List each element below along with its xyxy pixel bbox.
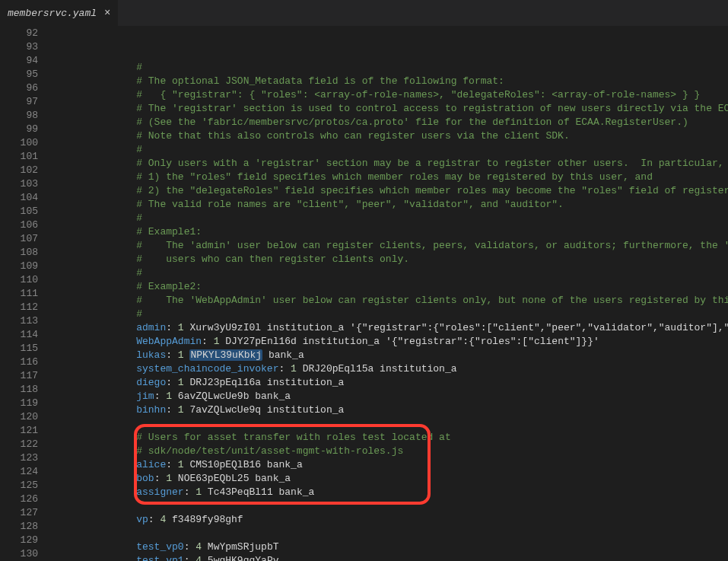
yaml-key: admin <box>136 322 166 333</box>
yaml-key: system_chaincode_invoker <box>136 363 278 375</box>
line-number: 130 <box>0 547 38 561</box>
line-number: 129 <box>0 534 38 547</box>
yaml-value: f3489fy98ghf <box>166 514 243 525</box>
comment-text: # The 'admin' user below can register cl… <box>53 240 728 251</box>
line-number: 122 <box>0 438 38 451</box>
comment-text: # Users for asset transfer with roles te… <box>53 432 451 443</box>
code-line[interactable]: # 2) the "delegateRoles" field specifies… <box>53 184 728 198</box>
yaml-number: 1 <box>196 486 202 498</box>
yaml-value: Xurw3yU9zI0l institution_a '{"registrar"… <box>184 322 728 333</box>
code-line[interactable]: test_vp1: 4 5wgHK9qqYaPy <box>53 554 728 561</box>
code-line[interactable]: # Example2: <box>53 280 728 294</box>
code-line[interactable]: # The optional JSON_Metadata field is of… <box>53 75 728 88</box>
yaml-key: test_vp1 <box>136 555 183 561</box>
code-line[interactable]: # The valid role names are "client", "pe… <box>53 198 728 212</box>
line-number: 103 <box>0 177 38 191</box>
line-number: 110 <box>0 273 38 287</box>
text-selection: NPKYL39uKbkj <box>189 349 262 361</box>
code-line[interactable]: system_chaincode_invoker: 1 DRJ20pEql15a… <box>53 362 728 376</box>
line-number: 105 <box>0 205 38 218</box>
code-line[interactable] <box>53 417 728 431</box>
comment-text: # (See the 'fabric/membersrvc/protos/ca.… <box>53 116 688 128</box>
code-line[interactable]: # The 'registrar' section is used to con… <box>53 102 728 116</box>
code-line[interactable]: # (See the 'fabric/membersrvc/protos/ca.… <box>53 116 728 129</box>
line-number: 115 <box>0 342 38 355</box>
yaml-number: 1 <box>291 363 297 375</box>
code-line[interactable]: lukas: 1 NPKYL39uKbkj bank_a <box>53 349 728 362</box>
code-line[interactable]: binhn: 1 7avZQLwcUe9q institution_a <box>53 403 728 417</box>
comment-text: # Note that this also controls who can r… <box>53 130 570 142</box>
code-line[interactable]: # Example1: <box>53 225 728 239</box>
code-line[interactable]: # { "registrar": { "roles": <array-of-ro… <box>53 88 728 102</box>
yaml-value: DJY27pEnl16d institution_a '{"registrar"… <box>219 336 599 347</box>
code-line[interactable]: jim: 1 6avZQLwcUe9b bank_a <box>53 390 728 403</box>
line-number: 118 <box>0 383 38 397</box>
yaml-key: assigner <box>136 486 183 498</box>
code-line[interactable]: # sdk/node/test/unit/asset-mgmt-with-rol… <box>53 445 728 458</box>
comment-text: # Only users with a 'registrar' section … <box>53 158 724 169</box>
yaml-key: binhn <box>136 404 166 416</box>
code-line[interactable]: # <box>53 212 728 225</box>
code-line[interactable] <box>53 527 728 540</box>
comment-text: # Example2: <box>53 281 202 292</box>
yaml-key: WebAppAdmin <box>136 336 202 347</box>
code-line[interactable]: assigner: 1 Tc43PeqBl11 bank_a <box>53 486 728 499</box>
line-number: 98 <box>0 109 38 123</box>
code-line[interactable]: # <box>53 61 728 75</box>
code-line[interactable]: # 1) the "roles" field specifies which m… <box>53 171 728 184</box>
code-line[interactable]: alice: 1 CMS10pEQlB16 bank_a <box>53 458 728 472</box>
tab-bar: membersrvc.yaml × <box>0 0 728 27</box>
code-line[interactable]: # Note that this also controls who can r… <box>53 129 728 143</box>
yaml-value: DRJ23pEql16a institution_a <box>184 377 345 388</box>
comment-text: # Example1: <box>53 226 202 237</box>
yaml-key: bob <box>136 473 154 484</box>
comment-text: # The 'registrar' section is used to con… <box>53 103 728 114</box>
comment-text: # The valid role names are "client", "pe… <box>53 199 564 210</box>
yaml-value: 5wgHK9qqYaPy <box>202 555 278 561</box>
comment-text: # 2) the "delegateRoles" field specifies… <box>53 185 728 196</box>
yaml-number: 1 <box>178 322 184 333</box>
line-number: 121 <box>0 424 38 438</box>
code-line[interactable]: bob: 1 NOE63pEQbL25 bank_a <box>53 472 728 486</box>
line-number: 111 <box>0 287 38 301</box>
code-line[interactable]: # Only users with a 'registrar' section … <box>53 157 728 171</box>
code-line[interactable]: test_vp0: 4 MwYpmSRjupbT <box>53 540 728 554</box>
code-line[interactable]: # <box>53 143 728 157</box>
line-number: 126 <box>0 492 38 506</box>
line-number: 112 <box>0 301 38 314</box>
close-icon[interactable]: × <box>104 7 110 19</box>
code-line[interactable]: # <box>53 266 728 280</box>
comment-text: # users who can then register clients on… <box>53 253 409 265</box>
line-number: 106 <box>0 218 38 232</box>
code-line[interactable]: # The 'WebAppAdmin' user below can regis… <box>53 294 728 308</box>
editor[interactable]: 9293949596979899100101102103104105106107… <box>0 27 728 561</box>
yaml-key: alice <box>136 459 166 470</box>
code-line[interactable]: # The 'admin' user below can register cl… <box>53 239 728 253</box>
yaml-value: NOE63pEQbL25 bank_a <box>172 473 291 484</box>
code-line[interactable]: admin: 1 Xurw3yU9zI0l institution_a '{"r… <box>53 321 728 335</box>
line-number: 104 <box>0 191 38 205</box>
comment-text: # The 'WebAppAdmin' user below can regis… <box>53 295 728 306</box>
line-number: 123 <box>0 451 38 465</box>
code-line[interactable]: vp: 4 f3489fy98ghf <box>53 513 728 527</box>
tab-membersrvc[interactable]: membersrvc.yaml × <box>0 0 118 27</box>
yaml-value: 6avZQLwcUe9b bank_a <box>172 390 291 402</box>
code-line[interactable]: diego: 1 DRJ23pEql16a institution_a <box>53 376 728 390</box>
code-line[interactable] <box>53 499 728 513</box>
code-area[interactable]: # # The optional JSON_Metadata field is … <box>53 27 728 561</box>
code-line[interactable]: WebAppAdmin: 1 DJY27pEnl16d institution_… <box>53 335 728 349</box>
code-line[interactable]: # users who can then register clients on… <box>53 253 728 266</box>
code-line[interactable]: # Users for asset transfer with roles te… <box>53 431 728 445</box>
yaml-number: 1 <box>178 377 184 388</box>
line-number: 92 <box>0 27 38 40</box>
line-number: 127 <box>0 506 38 520</box>
code-line[interactable]: # <box>53 308 728 321</box>
yaml-value: DRJ20pEql15a institution_a <box>297 363 457 375</box>
yaml-number: 1 <box>178 404 184 416</box>
comment-text: # <box>53 144 142 155</box>
line-number: 109 <box>0 260 38 273</box>
tab-filename: membersrvc.yaml <box>8 8 97 19</box>
line-number: 120 <box>0 410 38 424</box>
line-number: 96 <box>0 81 38 95</box>
comment-text: # sdk/node/test/unit/asset-mgmt-with-rol… <box>53 445 403 457</box>
